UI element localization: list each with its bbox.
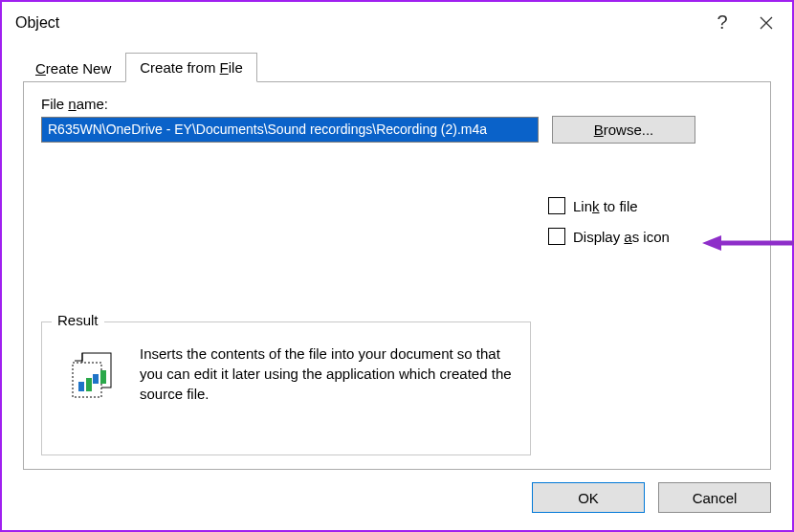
svg-rect-7 [78, 382, 84, 391]
file-name-input[interactable]: R635WN\OneDrive - EY\Documents\Sound rec… [41, 117, 539, 143]
checkbox-box [548, 228, 565, 245]
dialog-client: Create New Create from File File name: R… [4, 44, 790, 528]
svg-rect-6 [100, 370, 106, 384]
link-to-file-label: Link to file [573, 198, 638, 214]
checkbox-box [548, 197, 565, 214]
window-title: Object [15, 14, 59, 32]
file-name-label: File name: [41, 96, 753, 112]
tab-create-new[interactable]: Create New [21, 55, 125, 81]
result-group: Result Inserts the contents of the file … [41, 321, 531, 455]
file-row: R635WN\OneDrive - EY\Documents\Sound rec… [41, 116, 753, 144]
annotation-arrow-icon [700, 233, 794, 253]
close-button[interactable] [744, 2, 788, 44]
display-as-icon-label: Display as icon [573, 229, 670, 245]
tabs: Create New Create from File [21, 53, 771, 81]
svg-text:?: ? [717, 13, 727, 33]
help-button[interactable]: ? [700, 2, 744, 44]
tab-create-from-file[interactable]: Create from File [125, 53, 257, 82]
browse-button[interactable]: Browse... [552, 116, 695, 144]
cancel-button[interactable]: Cancel [658, 482, 771, 513]
display-as-icon-checkbox[interactable]: Display as icon [548, 225, 670, 248]
dialog-buttons: OK Cancel [532, 482, 771, 513]
result-text: Inserts the contents of the file into yo… [140, 344, 515, 443]
ok-button[interactable]: OK [532, 482, 645, 513]
title-bar: Object ? [2, 2, 792, 44]
svg-marker-2 [702, 235, 721, 251]
result-icon [67, 349, 124, 407]
link-to-file-checkbox[interactable]: Link to file [548, 194, 670, 217]
tab-panel: File name: R635WN\OneDrive - EY\Document… [23, 81, 771, 470]
options: Link to file Display as icon [548, 194, 670, 255]
result-legend: Result [52, 312, 104, 328]
svg-rect-8 [86, 378, 92, 391]
svg-rect-5 [93, 374, 99, 384]
object-dialog: Object ? Create New Create from File Fil… [0, 0, 794, 532]
